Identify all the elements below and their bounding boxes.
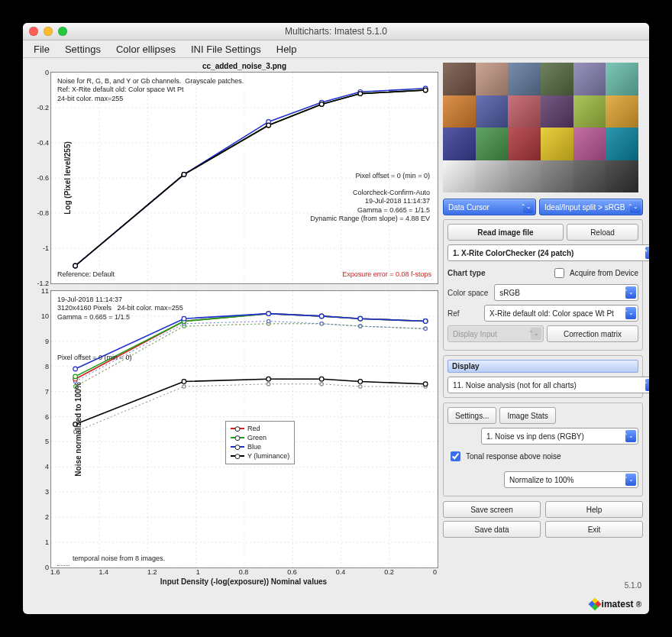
color-patch[interactable] bbox=[443, 95, 476, 128]
tonal-response-checkbox[interactable] bbox=[451, 451, 460, 461]
svg-point-106 bbox=[319, 377, 324, 381]
colorchecker-preview[interactable] bbox=[443, 63, 638, 192]
svg-point-101 bbox=[358, 316, 363, 321]
color-space-select[interactable]: sRGB⌃⌄ bbox=[494, 284, 638, 301]
color-patch[interactable] bbox=[508, 63, 541, 95]
titlebar: Multicharts: Imatest 5.1.0 bbox=[23, 23, 649, 40]
color-patch[interactable] bbox=[476, 63, 509, 95]
settings-button[interactable]: Settings... bbox=[447, 407, 496, 424]
save-screen-button[interactable]: Save screen bbox=[443, 501, 541, 518]
display-group: Display 11. Noise analysis (not for all … bbox=[443, 355, 643, 398]
menu-bar: File Settings Color ellipses INI File Se… bbox=[23, 40, 649, 58]
color-patch[interactable] bbox=[443, 128, 476, 160]
color-patch[interactable] bbox=[606, 128, 638, 160]
color-patch[interactable] bbox=[476, 128, 509, 160]
chart2-ylabel: Noise normalized to 100% bbox=[74, 382, 82, 476]
svg-point-100 bbox=[319, 314, 324, 318]
color-patch[interactable] bbox=[541, 95, 573, 128]
svg-point-82 bbox=[320, 383, 323, 386]
svg-point-34 bbox=[73, 264, 78, 268]
plot-area: cc_added_noise_3.png Log (Pixel level/25… bbox=[23, 58, 438, 614]
chart2-annot-bl: temporal noise from 8 images. bbox=[73, 555, 165, 563]
svg-point-76 bbox=[320, 322, 323, 325]
chart1-annot-tl: Noise for R, G, B, and Y or Gb channels.… bbox=[57, 77, 244, 103]
svg-point-105 bbox=[267, 377, 271, 381]
svg-point-102 bbox=[423, 319, 428, 324]
chart1-title: cc_added_noise_3.png bbox=[51, 62, 438, 70]
ref-select[interactable]: X-Rite default old: Color space Wt Pt⌃⌄ bbox=[484, 305, 638, 322]
ref-label: Ref bbox=[447, 309, 478, 318]
color-patch[interactable] bbox=[573, 95, 606, 128]
display-input-select: Display Input⌃⌄ bbox=[447, 325, 544, 342]
exit-button[interactable]: Exit bbox=[545, 521, 643, 538]
menu-help[interactable]: Help bbox=[269, 42, 305, 57]
menu-settings[interactable]: Settings bbox=[57, 42, 108, 57]
menu-ini-file-settings[interactable]: INI File Settings bbox=[183, 42, 269, 57]
chart1-ylabel: Log (Pixel level/255) bbox=[63, 141, 72, 215]
svg-point-75 bbox=[267, 319, 270, 322]
diamond-icon bbox=[588, 598, 601, 611]
chart1-annot-br: Exposure error = 0.08 f-stops bbox=[342, 270, 431, 279]
chart-type-label: Chart type bbox=[447, 269, 485, 277]
color-patch[interactable] bbox=[443, 160, 476, 193]
menu-file[interactable]: File bbox=[26, 42, 57, 57]
svg-point-81 bbox=[267, 383, 270, 386]
color-patch[interactable] bbox=[541, 128, 573, 160]
chart-type-group: Read image file Reload 1. X-Rite ColorCh… bbox=[443, 219, 643, 351]
chart1-annot-bl: Reference: Default bbox=[57, 270, 115, 279]
color-patch[interactable] bbox=[573, 128, 606, 160]
minimize-icon[interactable] bbox=[44, 27, 53, 36]
svg-point-83 bbox=[359, 385, 362, 388]
noise-plot-select[interactable]: 1. Noise vs inp dens (RGBY)⌃⌄ bbox=[481, 428, 638, 445]
color-patch[interactable] bbox=[541, 160, 573, 193]
svg-point-35 bbox=[182, 173, 186, 177]
color-patch[interactable] bbox=[508, 95, 541, 128]
chart2-legend: Red Green Blue Y (luminance) bbox=[225, 421, 295, 464]
color-patch[interactable] bbox=[541, 63, 573, 95]
window-title: Multicharts: Imatest 5.1.0 bbox=[23, 26, 649, 37]
display-header: Display bbox=[447, 360, 638, 373]
acquire-checkbox[interactable] bbox=[554, 268, 564, 278]
save-data-button[interactable]: Save data bbox=[443, 521, 541, 538]
color-space-label: Color space bbox=[447, 289, 488, 297]
menu-color-ellipses[interactable]: Color ellipses bbox=[108, 42, 183, 57]
image-stats-button[interactable]: Image Stats bbox=[499, 407, 555, 424]
svg-point-38 bbox=[358, 92, 363, 96]
color-patch[interactable] bbox=[573, 160, 606, 193]
normalize-select[interactable]: Normalize to 100%⌃⌄ bbox=[504, 471, 638, 488]
svg-point-77 bbox=[359, 325, 362, 328]
chart1-annot-r1: Pixel offset = 0 (min = 0) bbox=[356, 172, 430, 180]
chart2-annot-l1: Pixel offset = 0 (min = 0) bbox=[57, 354, 131, 362]
color-patch[interactable] bbox=[443, 63, 476, 95]
chart1-annot-r2: Colorcheck-Confirm-Auto 19-Jul-2018 11:1… bbox=[310, 189, 430, 223]
app-window: Multicharts: Imatest 5.1.0 File Settings… bbox=[23, 23, 649, 614]
chart-log-pixel[interactable]: cc_added_noise_3.png Log (Pixel level/25… bbox=[50, 72, 438, 284]
x-ticks: 1.61.41.210.80.60.40.20 bbox=[50, 568, 437, 576]
close-icon[interactable] bbox=[29, 27, 38, 36]
color-patch[interactable] bbox=[508, 160, 541, 193]
zoom-icon[interactable] bbox=[58, 27, 67, 36]
chart-target-select[interactable]: 1. X-Rite ColorChecker (24 patch)⌃⌄ bbox=[447, 244, 649, 261]
color-patch[interactable] bbox=[476, 95, 509, 128]
data-cursor-select[interactable]: Data Cursor⌃⌄ bbox=[443, 199, 536, 215]
chart-noise[interactable]: Noise normalized to 100% 01 23 45 67 89 … bbox=[50, 290, 438, 568]
color-patch[interactable] bbox=[606, 95, 638, 128]
svg-point-80 bbox=[183, 385, 186, 388]
reload-button[interactable]: Reload bbox=[567, 224, 638, 241]
correction-matrix-button[interactable]: Correction matrix bbox=[547, 325, 638, 342]
svg-point-107 bbox=[358, 380, 363, 384]
svg-point-91 bbox=[73, 374, 78, 379]
svg-point-37 bbox=[319, 102, 324, 107]
x-axis-label: Input Density (-log(exposure)) Nominal v… bbox=[50, 577, 437, 586]
svg-point-99 bbox=[267, 312, 271, 316]
read-image-button[interactable]: Read image file bbox=[447, 224, 564, 241]
view-mode-select[interactable]: Ideal/Input split > sRGB⌃⌄ bbox=[539, 199, 643, 215]
display-select[interactable]: 11. Noise analysis (not for all charts)⌃… bbox=[447, 377, 649, 393]
color-patch[interactable] bbox=[606, 160, 638, 193]
color-patch[interactable] bbox=[606, 63, 638, 95]
help-button[interactable]: Help bbox=[545, 501, 643, 518]
svg-point-108 bbox=[423, 382, 428, 386]
color-patch[interactable] bbox=[476, 160, 509, 193]
color-patch[interactable] bbox=[508, 128, 541, 160]
color-patch[interactable] bbox=[573, 63, 606, 95]
